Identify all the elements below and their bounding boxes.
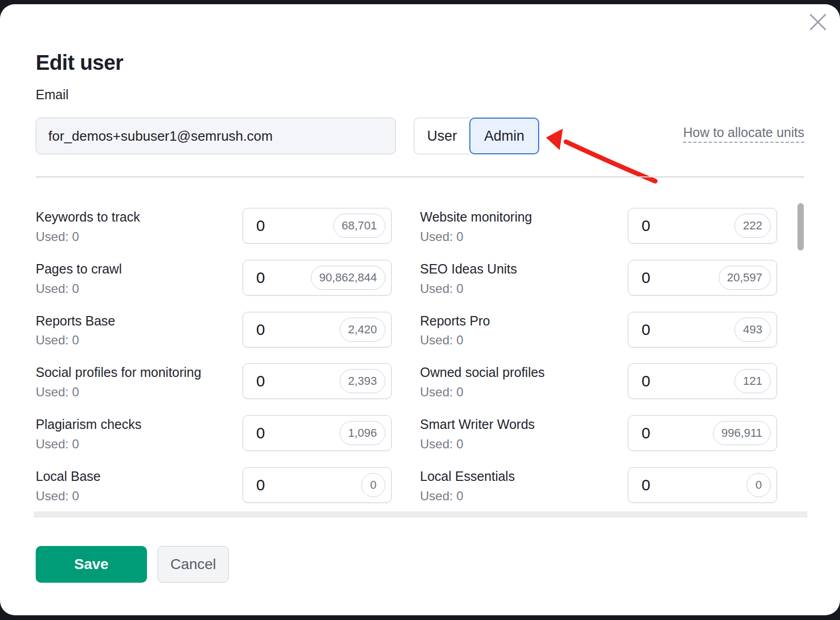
unit-used: Used: 0 bbox=[420, 489, 515, 503]
unit-value-input[interactable] bbox=[243, 476, 310, 495]
unit-limit-pill[interactable]: 0 bbox=[747, 473, 771, 497]
unit-limit-pill[interactable]: 1,096 bbox=[340, 421, 385, 445]
cancel-button[interactable]: Cancel bbox=[158, 546, 229, 583]
unit-used: Used: 0 bbox=[420, 437, 535, 451]
units-grid: Keywords to track Used: 0 68,701 Website… bbox=[36, 208, 777, 503]
close-button[interactable] bbox=[806, 10, 830, 34]
unit-used: Used: 0 bbox=[420, 281, 517, 296]
unit-label: Social profiles for monitoring bbox=[36, 365, 201, 380]
unit-limit-pill[interactable]: 20,597 bbox=[719, 266, 771, 290]
unit-value-input[interactable] bbox=[243, 268, 310, 287]
unit-limit-pill[interactable]: 493 bbox=[734, 318, 771, 342]
unit-limit-pill[interactable]: 222 bbox=[734, 214, 771, 238]
unit-input-box: 996,911 bbox=[628, 415, 777, 451]
unit-input-box: 2,393 bbox=[243, 363, 392, 399]
unit-label: Reports Base bbox=[36, 313, 115, 329]
unit-input-box: 2,420 bbox=[243, 312, 392, 348]
unit-value-input[interactable] bbox=[628, 372, 695, 391]
unit-row-pages-to-crawl: Pages to crawl Used: 0 90,862,844 bbox=[36, 260, 392, 296]
unit-input-box: 20,597 bbox=[628, 260, 777, 296]
unit-row-smart-writer-words: Smart Writer Words Used: 0 996,911 bbox=[420, 415, 777, 451]
unit-row-owned-social-profiles: Owned social profiles Used: 0 121 bbox=[420, 363, 777, 400]
edit-user-dialog: Edit user Email User Admin How to alloca… bbox=[0, 4, 840, 615]
unit-label: Local Essentials bbox=[420, 469, 515, 484]
role-user-button[interactable]: User bbox=[414, 118, 470, 154]
unit-value-input[interactable] bbox=[628, 216, 695, 235]
unit-limit-pill[interactable]: 0 bbox=[361, 473, 385, 497]
save-button[interactable]: Save bbox=[36, 546, 147, 583]
how-to-allocate-units-link[interactable]: How to allocate units bbox=[683, 125, 804, 143]
unit-limit-pill[interactable]: 121 bbox=[734, 369, 771, 393]
unit-used: Used: 0 bbox=[36, 489, 101, 503]
role-toggle: User Admin bbox=[414, 118, 539, 154]
unit-label: Smart Writer Words bbox=[420, 417, 535, 432]
unit-row-social-profiles-for-monitoring: Social profiles for monitoring Used: 0 2… bbox=[36, 363, 392, 400]
unit-row-seo-ideas-units: SEO Ideas Units Used: 0 20,597 bbox=[420, 260, 777, 296]
unit-input-box: 1,096 bbox=[243, 415, 392, 451]
unit-limit-pill[interactable]: 2,393 bbox=[340, 369, 385, 393]
divider bbox=[36, 176, 804, 177]
close-icon bbox=[808, 13, 827, 31]
unit-row-reports-pro: Reports Pro Used: 0 493 bbox=[420, 312, 777, 348]
unit-label: Keywords to track bbox=[36, 209, 140, 225]
unit-value-input[interactable] bbox=[628, 424, 695, 443]
unit-label: Website monitoring bbox=[420, 209, 532, 225]
unit-row-local-essentials: Local Essentials Used: 0 0 bbox=[420, 467, 777, 503]
unit-value-input[interactable] bbox=[243, 424, 310, 443]
unit-used: Used: 0 bbox=[420, 385, 545, 400]
unit-label: Owned social profiles bbox=[420, 365, 545, 380]
unit-used: Used: 0 bbox=[420, 229, 532, 244]
unit-limit-pill[interactable]: 68,701 bbox=[333, 214, 385, 238]
unit-limit-pill[interactable]: 996,911 bbox=[713, 421, 771, 445]
unit-limit-pill[interactable]: 2,420 bbox=[340, 318, 385, 342]
unit-label: Local Base bbox=[36, 469, 101, 484]
unit-used: Used: 0 bbox=[36, 229, 140, 244]
unit-row-keywords-to-track: Keywords to track Used: 0 68,701 bbox=[36, 208, 392, 244]
email-label: Email bbox=[36, 87, 69, 102]
unit-value-input[interactable] bbox=[243, 216, 310, 235]
unit-input-box: 121 bbox=[628, 363, 777, 399]
unit-input-box: 68,701 bbox=[243, 208, 392, 244]
unit-input-box: 0 bbox=[243, 467, 392, 503]
unit-used: Used: 0 bbox=[36, 281, 122, 296]
unit-row-plagiarism-checks: Plagiarism checks Used: 0 1,096 bbox=[36, 415, 392, 451]
unit-used: Used: 0 bbox=[420, 333, 490, 348]
unit-input-box: 0 bbox=[628, 467, 777, 503]
unit-used: Used: 0 bbox=[36, 333, 115, 348]
unit-used: Used: 0 bbox=[36, 437, 141, 451]
unit-input-box: 222 bbox=[628, 208, 777, 244]
email-input[interactable] bbox=[36, 118, 396, 154]
unit-value-input[interactable] bbox=[628, 268, 695, 287]
scroll-cutoff-strip bbox=[34, 511, 807, 518]
unit-value-input[interactable] bbox=[628, 320, 695, 339]
unit-label: Pages to crawl bbox=[36, 261, 122, 277]
vertical-scrollbar-thumb[interactable] bbox=[797, 203, 804, 250]
role-admin-button[interactable]: Admin bbox=[469, 118, 539, 154]
unit-limit-pill[interactable]: 90,862,844 bbox=[311, 266, 385, 290]
unit-used: Used: 0 bbox=[36, 385, 201, 400]
unit-row-website-monitoring: Website monitoring Used: 0 222 bbox=[420, 208, 777, 244]
unit-row-local-base: Local Base Used: 0 0 bbox=[36, 467, 392, 503]
unit-value-input[interactable] bbox=[243, 372, 310, 391]
unit-input-box: 493 bbox=[628, 312, 777, 348]
dialog-title: Edit user bbox=[36, 51, 123, 75]
unit-value-input[interactable] bbox=[628, 476, 695, 495]
unit-label: Reports Pro bbox=[420, 313, 490, 329]
unit-label: Plagiarism checks bbox=[36, 417, 141, 432]
unit-value-input[interactable] bbox=[243, 320, 310, 339]
unit-row-reports-base: Reports Base Used: 0 2,420 bbox=[36, 312, 392, 348]
unit-input-box: 90,862,844 bbox=[243, 260, 392, 296]
unit-label: SEO Ideas Units bbox=[420, 261, 517, 277]
